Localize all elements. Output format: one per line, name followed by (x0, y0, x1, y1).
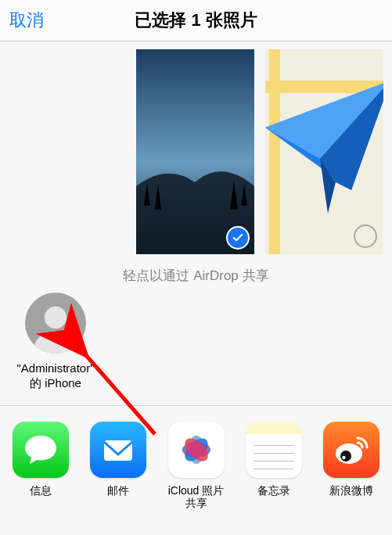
avatar-icon (25, 293, 86, 354)
lake-scene-icon (136, 49, 254, 254)
messages-icon (13, 422, 69, 478)
app-label: 新浪微博 (322, 484, 381, 497)
app-weibo[interactable]: 新浪微博 (322, 422, 381, 511)
app-label: iCloud 照片共享 (167, 484, 225, 511)
airdrop-contact-label: "Administrator"的 iPhone (13, 361, 99, 391)
svg-point-5 (45, 307, 67, 329)
notes-icon (246, 422, 302, 478)
photo-strip (0, 41, 392, 262)
airdrop-contact[interactable]: "Administrator"的 iPhone (13, 293, 99, 391)
page-title: 已选择 1 张照片 (0, 9, 392, 32)
app-notes[interactable]: 备忘录 (244, 422, 303, 511)
app-share-row: 信息 邮件 iCloud 照片共享 (0, 406, 392, 511)
airdrop-caption: 轻点以通过 AirDrop 共享 (0, 262, 392, 293)
weibo-icon (323, 422, 379, 478)
cancel-button[interactable]: 取消 (9, 9, 44, 32)
photo-thumbnail-selected[interactable] (136, 49, 254, 254)
svg-rect-6 (104, 440, 132, 461)
svg-point-16 (340, 451, 351, 461)
photos-icon (168, 422, 225, 478)
svg-point-17 (343, 455, 346, 458)
app-messages[interactable]: 信息 (11, 422, 70, 511)
unselected-ring-icon (354, 224, 377, 248)
app-label: 邮件 (88, 484, 147, 497)
airdrop-contacts-row: "Administrator"的 iPhone (0, 293, 392, 406)
app-icloud-photos[interactable]: iCloud 照片共享 (167, 422, 225, 511)
share-sheet-header: 取消 已选择 1 张照片 (0, 0, 392, 41)
app-label: 信息 (11, 484, 70, 497)
selected-check-icon (226, 226, 250, 250)
app-mail[interactable]: 邮件 (88, 422, 147, 511)
paper-plane-icon (265, 81, 383, 237)
photo-thumbnail-map[interactable] (265, 49, 383, 254)
mail-icon (90, 422, 146, 478)
app-label: 备忘录 (244, 484, 303, 497)
